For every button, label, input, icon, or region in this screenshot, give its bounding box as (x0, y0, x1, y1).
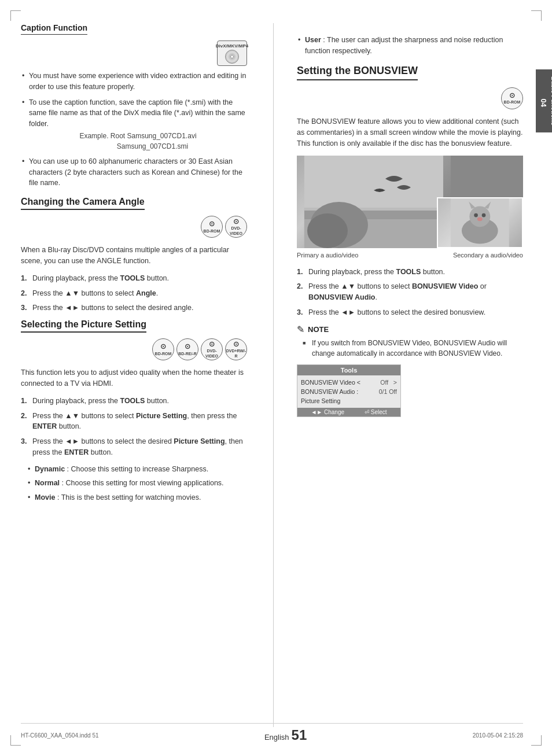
svg-point-13 (477, 217, 483, 221)
caption-function-bullets: You must have some experience with video… (21, 71, 247, 189)
divx-icon: DivX/MKV/MP4 (217, 40, 247, 66)
tools-menu-row-3: Picture Setting (301, 396, 397, 405)
tools-menu-header: Tools (297, 365, 400, 375)
secondary-video-window (437, 197, 523, 248)
camera-angle-icons: ⊙ BD-ROM ⊙ DVD-VIDEO (21, 216, 247, 238)
picture-setting-sub-bullets: Dynamic : Choose this setting to increas… (27, 464, 247, 503)
page-wrapper: 04 Basic Functions Caption Function DivX… (0, 0, 552, 756)
bonusview-step-1: 1. During playback, press the TOOLS butt… (297, 267, 523, 278)
picture-setting-heading: Selecting the Picture Setting (21, 319, 146, 333)
chapter-number: 04 (539, 98, 548, 106)
picture-step-3: 3. Press the ◄► buttons to select the de… (21, 436, 247, 458)
picture-setting-icons: ⊙ BD-ROM ⊙ BD-RE/-R ⊙ DVD-VIDEO ⊙ DVD+RW… (21, 338, 247, 360)
secondary-scene-svg (438, 198, 522, 247)
bd-rom-icon: ⊙ BD-ROM (201, 216, 223, 238)
caption-icon-area: DivX/MKV/MP4 (21, 40, 247, 66)
tools-menu-body: BONUSVIEW Video < Off > BONUSVIEW Audio … (297, 375, 400, 408)
bd-rom-icon-2: ⊙ BD-ROM (152, 338, 174, 360)
footer-timestamp: 2010-05-04 2:15:28 (473, 732, 523, 739)
svg-rect-3 (304, 156, 443, 211)
camera-angle-heading: Changing the Camera Angle (21, 197, 145, 210)
tools-menu-footer: ◄► Change ⏎ Select (297, 408, 400, 416)
bonusview-image (297, 156, 523, 248)
note-section: ✎ NOTE If you switch from BONUSVIEW Vide… (297, 324, 523, 359)
svg-point-12 (482, 213, 486, 217)
picture-step-2: 2. Press the ▲▼ buttons to select Pictur… (21, 411, 247, 433)
primary-scene-svg (297, 156, 451, 248)
tools-menu: Tools BONUSVIEW Video < Off > BONUSVIEW … (297, 364, 401, 417)
note-label: NOTE (308, 325, 329, 334)
bonusview-intro: The BONUSVIEW feature allows you to view… (297, 116, 523, 150)
bonusview-icons: ⊙ BD-ROM (297, 87, 523, 109)
picture-setting-intro: This function lets you to adjust video q… (21, 367, 247, 390)
tools-row3-label: Picture Setting (301, 397, 340, 404)
bonusview-steps: 1. During playback, press the TOOLS butt… (297, 267, 523, 318)
camera-step-3: 3. Press the ◄► buttons to select the de… (21, 303, 247, 314)
note-pencil-icon: ✎ (297, 324, 304, 335)
bd-re-r-icon: ⊙ BD-RE/-R (176, 338, 198, 360)
left-column: Caption Function DivX/MKV/MP4 You must h… (21, 23, 253, 727)
svg-point-5 (307, 213, 348, 248)
tools-menu-row-2: BONUSVIEW Audio : 0/1 Off (301, 387, 397, 396)
corner-mark-br (531, 735, 542, 746)
picture-step-1: 1. During playback, press the TOOLS butt… (21, 396, 247, 407)
camera-angle-intro: When a Blu-ray Disc/DVD contains multipl… (21, 245, 247, 267)
footer-select: ⏎ Select (365, 409, 387, 415)
sub-bullet-normal: Normal : Choose this setting for most vi… (27, 478, 247, 489)
bonusview-step-3: 3. Press the ◄► buttons to select the de… (297, 307, 523, 318)
page-number: 51 (292, 727, 307, 743)
column-divider (273, 23, 274, 727)
corner-mark-tr (531, 10, 542, 21)
tools-row1-value: Off > (380, 379, 397, 386)
footer-filename: HT-C6600_XAA_0504.indd 51 (21, 732, 99, 739)
caption-bullet-3: You can use up to 60 alphanumeric charac… (21, 156, 247, 189)
dvd-video-icon-2: ⊙ DVD-VIDEO (201, 338, 223, 360)
sub-bullet-movie: Movie : This is the best setting for wat… (27, 492, 247, 503)
note-header: ✎ NOTE (297, 324, 523, 335)
corner-mark-bl (10, 735, 21, 746)
user-bullet-list: User : The user can adjust the sharpness… (297, 35, 523, 57)
tools-menu-row-1: BONUSVIEW Video < Off > (301, 378, 397, 387)
bonusview-image-labels: Primary a audio/video Secondary a audio/… (297, 252, 523, 259)
right-column: User : The user can adjust the sharpness… (294, 23, 523, 727)
footer-change: ◄► Change (311, 409, 344, 415)
picture-setting-steps: 1. During playback, press the TOOLS butt… (21, 396, 247, 458)
tools-row1-label: BONUSVIEW Video < (301, 379, 360, 386)
tools-row2-value: 0/1 Off (379, 388, 397, 395)
caption-function-section: Caption Function DivX/MKV/MP4 You must h… (21, 23, 247, 189)
corner-mark-tl (10, 10, 21, 21)
note-list: If you switch from BONUSVIEW Video, BONU… (303, 338, 523, 359)
svg-point-11 (474, 213, 479, 217)
caption-bullet-2: To use the caption function, save the ca… (21, 97, 247, 152)
example-text: Example. Root Samsung_007CD1.avi Samsung… (29, 131, 247, 152)
user-bullet: User : The user can adjust the sharpness… (297, 35, 523, 57)
bonusview-section: Setting the BONUSVIEW ⊙ BD-ROM The BONUS… (297, 65, 523, 417)
camera-step-2: 2. Press the ▲▼ buttons to select Angle. (21, 288, 247, 299)
primary-video-window (297, 156, 451, 248)
camera-step-1: 1. During playback, press the TOOLS butt… (21, 273, 247, 284)
sub-bullet-dynamic: Dynamic : Choose this setting to increas… (27, 464, 247, 475)
caption-bullet-1: You must have some experience with video… (21, 71, 247, 93)
picture-setting-section: Selecting the Picture Setting ⊙ BD-ROM ⊙… (21, 319, 247, 503)
english-label: English (264, 733, 289, 742)
bonusview-heading: Setting the BONUSVIEW (297, 65, 418, 80)
tools-row2-label: BONUSVIEW Audio : (301, 388, 358, 395)
svg-point-8 (470, 206, 491, 227)
note-item-1: If you switch from BONUSVIEW Video, BONU… (303, 338, 523, 359)
camera-angle-section: Changing the Camera Angle ⊙ BD-ROM ⊙ DVD… (21, 197, 247, 314)
bd-rom-icon-3: ⊙ BD-ROM (501, 87, 523, 109)
chapter-tab: 04 Basic Functions (536, 69, 552, 132)
page-number-area: English 51 (264, 727, 307, 743)
camera-angle-steps: 1. During playback, press the TOOLS butt… (21, 273, 247, 314)
primary-label: Primary a audio/video (297, 252, 358, 259)
content-area: Caption Function DivX/MKV/MP4 You must h… (21, 23, 523, 727)
bonusview-step-2: 2. Press the ▲▼ buttons to select BONUSV… (297, 281, 523, 303)
dvd-rw-r-icon: ⊙ DVD+RW/-R (225, 338, 247, 360)
dvd-video-icon: ⊙ DVD-VIDEO (225, 216, 247, 238)
secondary-label: Secondary a audio/video (453, 252, 523, 259)
caption-function-heading: Caption Function (21, 23, 87, 35)
page-footer: HT-C6600_XAA_0504.indd 51 English 51 201… (21, 723, 523, 743)
